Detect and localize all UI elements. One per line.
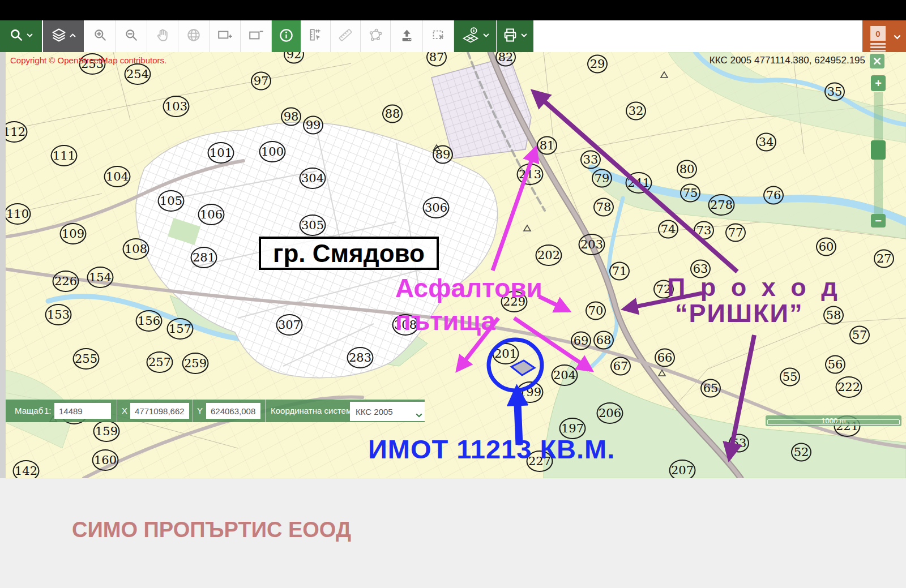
rishki-pass-label-line1: П р о х о д [667,273,841,302]
asphalt-roads-label-line2: пътища [395,306,495,336]
parcel-number: 27 [874,250,894,268]
parcel-number: 203 [579,234,605,255]
ruler-icon [337,27,353,45]
parcel-number: 56 [825,355,845,374]
parcel-number: 201 [493,343,519,364]
parcel-number: 105 [158,190,185,212]
chevron-down-icon [520,31,528,41]
parcel-number: 307 [276,314,303,336]
parcel-number: 100 [259,141,286,162]
ruler-cursor-icon [308,28,323,45]
zoom-box-in-button[interactable] [210,20,241,52]
top-black-bar [0,0,906,20]
parcel-number: 77 [725,224,746,242]
map-canvas[interactable]: 2532549297878229351039899883211234111101… [0,52,906,478]
parcel-number: 58 [823,306,844,325]
globe-button[interactable] [178,20,210,52]
search-button[interactable] [0,20,42,52]
measure-area-button[interactable] [301,20,331,52]
info-icon [279,28,294,45]
measure-distance-button[interactable] [331,20,361,52]
zoom-in-button[interactable] [85,20,116,52]
parcel-number: 70 [586,302,606,320]
zoom-in-map-button[interactable]: + [871,75,886,91]
x-coordinate-input[interactable] [130,403,189,419]
parcel-number: 81 [537,136,557,155]
parcel-number: 78 [593,198,614,217]
parcel-number: 222 [836,376,862,398]
parcel-number: 74 [658,220,678,239]
chevron-down-icon [26,31,33,41]
rectangle-minus-icon [248,28,264,45]
parcel-number: 153 [45,304,72,325]
parcel-number: 53 [729,434,749,453]
parcel-number: 103 [163,96,190,117]
parcel-number: 226 [53,271,79,292]
chevron-down-icon [893,33,901,44]
page-footer: СИМО ПРОПЪРТИС ЕООД [0,478,906,588]
parcel-number: 305 [300,214,326,236]
zoom-out-map-button[interactable]: − [871,214,886,228]
parcel-number: 52 [791,443,811,462]
parcel-number: 202 [536,244,562,266]
parcel-number: 92 [284,52,304,64]
parcel-number: 104 [104,166,131,187]
parcel-number: 110 [5,203,31,225]
polygon-icon [368,28,383,45]
coordinate-readout: ККС 2005 4771114.380, 624952.195 [710,55,865,66]
identify-button[interactable] [272,20,301,52]
crs-select[interactable]: ККС 2005 [350,402,425,421]
parcel-number: 55 [780,368,800,387]
parcel-number: 101 [208,142,234,164]
parcel-number: 157 [167,318,194,340]
zoom-in-icon [93,28,108,45]
parcel-number: 29 [587,55,608,74]
parcel-number: 68 [593,331,614,350]
parcel-number: 60 [816,238,836,256]
upload-icon [399,28,414,45]
scale-prefix: 1: [44,406,52,415]
parcel-number: 206 [597,402,623,424]
crs-label: Координатна система [271,406,357,415]
parcel-number: 73 [694,221,714,240]
print-icon [502,27,518,45]
parcel-number: 82 [495,52,516,67]
parcel-number: 255 [73,348,100,370]
pan-button[interactable] [147,20,178,52]
parcel-number: 207 [669,460,696,478]
parcel-number: 88 [382,105,403,123]
parcel-number: 304 [300,168,326,189]
parcel-number: 213 [517,164,544,185]
print-button[interactable] [497,20,533,52]
zoom-slider-handle[interactable] [871,140,886,160]
company-name: СИМО ПРОПЪРТИС ЕООД [72,518,351,542]
parcel-number: 241 [626,172,652,194]
close-button[interactable] [870,54,884,68]
hand-icon [155,28,170,45]
parcel-number: 99 [303,116,323,135]
layer-info-icon [461,26,480,46]
parcel-number: 76 [763,186,784,205]
parcel-number: 80 [677,160,697,179]
export-button[interactable] [391,20,423,52]
parcel-number: 69 [571,332,591,350]
scale-input[interactable] [54,403,111,419]
parcel-number: 108 [123,238,149,260]
property-area-label: ИМОТ 11213 КВ.М. [368,434,615,465]
parcel-number: 278 [708,194,735,216]
y-coordinate-input[interactable] [206,403,260,419]
parcel-number: 89 [433,145,453,164]
menu-button[interactable]: 0 [862,20,906,52]
zoom-out-button[interactable] [116,20,147,52]
parcel-number: 32 [626,102,646,121]
crs-selected-value: ККС 2005 [356,407,393,417]
box-select-button[interactable] [423,20,454,52]
asphalt-roads-label-line1: Асфалтови [395,273,542,303]
layer-info-button[interactable] [454,20,497,52]
parcel-number: 204 [552,364,578,386]
scale-bar: 1000 m [766,415,901,426]
polygon-select-button[interactable] [361,20,391,52]
layers-icon [51,27,67,45]
layers-button[interactable] [43,20,84,52]
zoom-box-out-button[interactable] [241,20,272,52]
